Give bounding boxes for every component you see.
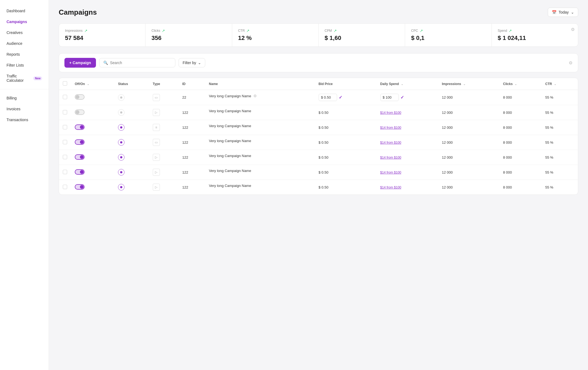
search-input[interactable]: [110, 61, 171, 65]
impressions-value: 12 000: [442, 111, 453, 115]
toggle-switch[interactable]: [75, 109, 85, 115]
sidebar-item-creatives[interactable]: Creatives: [0, 27, 49, 38]
toggle-thumb: [76, 110, 79, 114]
status-indicator[interactable]: [118, 109, 125, 116]
bid-price-input[interactable]: [319, 94, 337, 101]
type-icon: ≡: [153, 124, 160, 131]
stat-label-ctr: CTR ↗: [238, 29, 312, 33]
row-ctr-cell: 55 %: [542, 165, 578, 180]
toolbar-settings-icon[interactable]: ⚙: [569, 60, 573, 65]
sidebar-item-campaigns[interactable]: Campaigns: [0, 16, 49, 27]
status-indicator[interactable]: [118, 124, 125, 131]
select-all-checkbox[interactable]: [63, 81, 67, 86]
date-picker-button[interactable]: 📅 Today ⌄: [548, 8, 578, 17]
ctr-value: 55 %: [545, 170, 553, 174]
row-checkbox[interactable]: [63, 185, 67, 189]
bid-price-confirm-icon[interactable]: ✓: [339, 95, 342, 100]
table-row: ▷ 122 Very long Campaign Name $ 0.50 $14…: [59, 105, 578, 120]
stats-settings-icon[interactable]: ⚙: [571, 27, 575, 32]
campaign-id: 122: [182, 170, 188, 174]
row-name-cell: Very long Campaign Name: [205, 105, 315, 117]
row-daily-spend-cell: ✓: [377, 90, 438, 105]
row-toggle-cell: [71, 180, 114, 195]
page-header: Campaigns 📅 Today ⌄: [59, 8, 578, 17]
toggle-switch[interactable]: [75, 184, 85, 190]
daily-spend-value[interactable]: $14 from $100: [380, 171, 401, 174]
row-type-cell: ▭: [149, 90, 179, 105]
ctr-value: 55 %: [545, 155, 553, 159]
trend-icon-cpc: ↗: [420, 29, 423, 33]
type-icon: ▷: [153, 109, 160, 116]
campaign-id: 122: [182, 140, 188, 145]
add-campaign-button[interactable]: + Campaign: [64, 58, 96, 68]
col-daily-spend[interactable]: Daily Spend ⌄: [377, 78, 438, 90]
status-indicator[interactable]: [118, 154, 125, 161]
campaign-name: Very long Campaign Name: [209, 154, 251, 158]
col-impressions[interactable]: Impressions ⌄: [438, 78, 499, 90]
toggle-switch[interactable]: [75, 94, 85, 100]
row-clicks-cell: 8 000: [499, 120, 541, 135]
sidebar-item-reports[interactable]: Reports: [0, 49, 49, 60]
daily-spend-confirm-icon[interactable]: ✓: [400, 95, 404, 100]
daily-spend-input[interactable]: [380, 94, 399, 101]
status-indicator[interactable]: [118, 94, 125, 101]
sidebar-item-dashboard[interactable]: Dashboard: [0, 5, 49, 16]
sidebar-item-billing[interactable]: Billing: [0, 93, 49, 104]
calendar-icon: 📅: [552, 10, 556, 14]
row-checkbox[interactable]: [63, 110, 67, 114]
sidebar-item-audience[interactable]: Audience: [0, 38, 49, 49]
col-clicks[interactable]: Clicks ⌄: [499, 78, 541, 90]
toggle-switch[interactable]: [75, 154, 85, 160]
status-indicator[interactable]: [118, 169, 125, 175]
daily-spend-value[interactable]: $14 from $100: [380, 126, 401, 130]
row-type-cell: ▷: [149, 150, 179, 165]
row-checkbox[interactable]: [63, 140, 67, 144]
row-toggle-cell: [71, 165, 114, 180]
row-checkbox-cell: [59, 105, 71, 120]
bid-price-edit-wrap: ✓: [319, 94, 342, 101]
status-indicator[interactable]: [118, 139, 125, 146]
sidebar-item-traffic-calculator[interactable]: Traffic Calculator New: [0, 71, 49, 86]
campaign-name: Very long Campaign Name: [209, 139, 251, 143]
trend-icon-cpm: ↗: [334, 29, 337, 33]
sidebar-item-invoices[interactable]: Invoices: [0, 104, 49, 114]
clicks-value: 8 000: [503, 111, 512, 115]
row-clicks-cell: 8 000: [499, 135, 541, 150]
filter-button[interactable]: Filter by ⌄: [179, 58, 205, 67]
row-bid-price-cell: $ 0.50: [315, 135, 377, 150]
status-indicator[interactable]: [118, 184, 125, 190]
row-gear-icon[interactable]: ⚙: [253, 94, 257, 98]
row-status-cell: [114, 120, 149, 135]
toggle-thumb: [80, 155, 84, 159]
row-type-cell: ▷: [149, 180, 179, 195]
daily-spend-value[interactable]: $14 from $100: [380, 156, 401, 159]
row-checkbox[interactable]: [63, 170, 67, 174]
clicks-value: 8 000: [503, 126, 512, 130]
row-clicks-cell: 8 000: [499, 150, 541, 165]
daily-spend-value[interactable]: $14 from $100: [380, 186, 401, 189]
row-checkbox[interactable]: [63, 95, 67, 99]
row-id-cell: 122: [179, 120, 205, 135]
bid-price-value: $ 0.50: [319, 155, 328, 159]
toggle-switch[interactable]: [75, 169, 85, 175]
daily-spend-value[interactable]: $14 from $100: [380, 111, 401, 115]
row-id-cell: 122: [179, 180, 205, 195]
daily-spend-value[interactable]: $14 from $100: [380, 141, 401, 145]
row-checkbox[interactable]: [63, 125, 67, 129]
table-row: ≡ 122 Very long Campaign Name $ 0.50 $14…: [59, 120, 578, 135]
bid-price-value: $ 0.50: [319, 140, 328, 145]
sidebar-item-filter-lists[interactable]: Filter Lists: [0, 60, 49, 71]
row-type-cell: ▷: [149, 105, 179, 120]
table-row: ▭ 22 Very long Campaign Name ⚙ ✓ ✓ 12 00…: [59, 90, 578, 105]
status-dot: [120, 156, 122, 158]
sidebar-item-transactions[interactable]: Transactions: [0, 114, 49, 125]
invoices-label: Invoices: [7, 107, 20, 111]
toggle-switch[interactable]: [75, 139, 85, 145]
row-checkbox-cell: [59, 90, 71, 105]
col-offon[interactable]: Off/On ⌄: [71, 78, 114, 90]
stat-label-cpc: CPC ↗: [411, 29, 485, 33]
toggle-switch[interactable]: [75, 124, 85, 130]
col-ctr[interactable]: CTR ⌄: [542, 78, 578, 90]
row-checkbox[interactable]: [63, 155, 67, 159]
daily-spend-edit-wrap: ✓: [380, 94, 404, 101]
